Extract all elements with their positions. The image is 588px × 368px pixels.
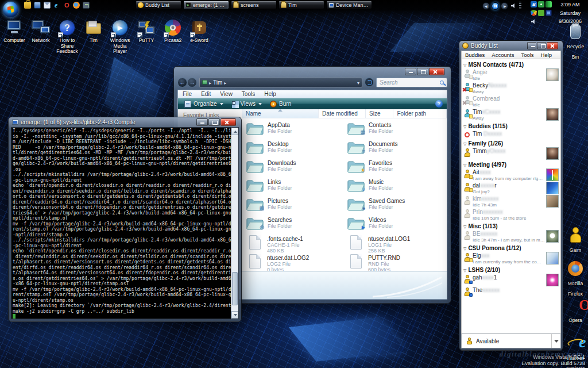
- minimize-icon[interactable]: [405, 68, 416, 75]
- scroll-down-icon[interactable]: [231, 311, 238, 319]
- file-item[interactable]: PUTTY.RNDRND File600 bytes: [346, 254, 447, 271]
- phone-tray-icon[interactable]: [538, 1, 544, 7]
- file-item[interactable]: ▤ContactsFile Folder: [346, 121, 447, 140]
- computer-icon[interactable]: [34, 2, 41, 9]
- breadcrumb[interactable]: Tim: [199, 78, 362, 87]
- file-item[interactable]: DesktopFile Folder: [245, 140, 346, 159]
- refresh-button[interactable]: [365, 78, 374, 87]
- buddy-item[interactable]: Thexxxxxx: [462, 286, 560, 295]
- maximize-icon[interactable]: [537, 42, 546, 49]
- buddy-group-header[interactable]: ▽Buddies (1/15): [462, 121, 560, 130]
- buddy-item[interactable]: Tim Dxxxxx: [462, 130, 560, 139]
- terminal-titlebar[interactable]: emerge: (1 of 6) sys-libs/glibc-2.4-r3 C…: [11, 117, 239, 127]
- status-selector[interactable]: Available: [461, 334, 561, 348]
- buddy-item[interactable]: TimxCxxxxAway: [462, 108, 560, 121]
- menu-accounts[interactable]: Accounts: [488, 52, 517, 58]
- file-item[interactable]: ★FavoritesFile Folder: [346, 159, 447, 178]
- buddy-item[interactable]: CornbreadIdle: [462, 95, 560, 108]
- close-icon[interactable]: [429, 68, 444, 75]
- buddy-item[interactable]: gahxxxx1: [462, 274, 560, 286]
- column-header-size[interactable]: Size: [366, 109, 393, 118]
- menu-tools[interactable]: Tools: [517, 52, 537, 58]
- taskbar-clock[interactable]: 3:09 AM Saturday 9/30/2006: [554, 1, 587, 26]
- close-icon[interactable]: [220, 118, 236, 126]
- buddy-group-header[interactable]: ▽Family (1/26): [462, 139, 560, 147]
- search-input[interactable]: Search: [376, 78, 447, 87]
- scroll-up-icon[interactable]: [231, 128, 238, 135]
- buddy-item[interactable]: TimmyOxxxx: [462, 147, 560, 160]
- scrollbar-thumb[interactable]: [232, 272, 238, 305]
- help-icon[interactable]: [435, 100, 443, 108]
- start-button[interactable]: [3, 2, 18, 17]
- taskbar-button-screens[interactable]: screens: [231, 1, 277, 9]
- file-item[interactable]: ♪MusicFile Folder: [346, 178, 447, 197]
- menu-edit[interactable]: Edit: [196, 91, 215, 97]
- previous-button[interactable]: [482, 2, 490, 10]
- buddy-group-header[interactable]: ▽CSU Pomona (1/12): [462, 243, 560, 252]
- buddy-group-header[interactable]: ▽LSHS (2/10): [462, 265, 560, 274]
- file-item[interactable]: .fonts.cache-1CACHE-1 File480 KB: [245, 235, 346, 254]
- file-item[interactable]: ≡DocumentsFile Folder: [346, 140, 447, 159]
- column-header-folder-path[interactable]: Folder path: [393, 109, 447, 118]
- desktop-icon-opera[interactable]: Opera: [563, 297, 588, 324]
- menu-help[interactable]: Help: [537, 52, 556, 58]
- volume-button[interactable]: [510, 2, 517, 10]
- menu-file[interactable]: File: [178, 91, 196, 97]
- buddy-list-titlebar[interactable]: Buddy List: [461, 41, 561, 51]
- mail-icon[interactable]: [44, 2, 51, 9]
- address-dropdown-icon[interactable]: [357, 79, 359, 86]
- explorer-titlebar[interactable]: [177, 67, 447, 76]
- buddy-item[interactable]: kimxxxxxxIdle 7h 43m: [462, 195, 560, 208]
- file-item[interactable]: LinksFile Folder: [245, 178, 346, 197]
- keepass-lock-icon[interactable]: [24, 2, 31, 9]
- column-header-date-modified[interactable]: Date modified: [319, 109, 366, 118]
- buddy-item[interactable]: PrinxxxxxxxIdle 10h 53m - at the store: [462, 208, 560, 221]
- menu-help[interactable]: Help: [260, 91, 281, 97]
- buddy-item[interactable]: BExxxxxxIdle 3h 47m - I am away, but in …: [462, 230, 560, 243]
- terminal-scrollbar[interactable]: [231, 128, 238, 319]
- speaker-tray-icon[interactable]: [531, 18, 537, 25]
- internet-explorer-icon[interactable]: [53, 2, 60, 9]
- file-item[interactable]: ntuser.dat.LOG2LOG2 File0 bytes: [245, 254, 346, 271]
- desktop-icon-mozilla-firefox[interactable]: Mozilla Firefox: [563, 260, 588, 298]
- buddy-item[interactable]: AitxxxxI am away from my computer right …: [462, 168, 560, 182]
- deskband-grip[interactable]: [519, 2, 521, 10]
- buddy-item[interactable]: BeckyNxxxxxAway: [462, 82, 560, 95]
- security-shield-tray-icon[interactable]: [531, 10, 537, 16]
- buddy-item[interactable]: dalxxxxxrGot joy?: [462, 182, 560, 195]
- taskbar-button-tim[interactable]: Tim: [278, 1, 324, 9]
- desktop-icon-recycle-bin[interactable]: Recycle Bin: [563, 23, 588, 61]
- file-item[interactable]: ntuser.dat.LOG1LOG1 File256 KB: [346, 235, 447, 254]
- remote-desktop-icon[interactable]: [83, 2, 90, 9]
- breadcrumb-segment[interactable]: Tim: [213, 79, 222, 86]
- buddy-item[interactable]: AngieIdle: [462, 68, 560, 82]
- column-header-name[interactable]: Name: [242, 109, 319, 118]
- maximize-icon[interactable]: [417, 68, 428, 75]
- buddy-group-header[interactable]: ▽Meeting (4/97): [462, 160, 560, 168]
- forward-button[interactable]: [187, 78, 197, 87]
- next-button[interactable]: [501, 2, 508, 10]
- maximize-icon[interactable]: [208, 118, 220, 126]
- toolbar-button-organize[interactable]: Organize: [180, 99, 227, 109]
- buddy-item[interactable]: ElgxxxI am currently away from the compu…: [462, 252, 560, 265]
- file-item[interactable]: ♠Saved GamesFile Folder: [346, 197, 447, 216]
- file-item[interactable]: ▶VideosFile Folder: [346, 216, 447, 235]
- menu-tools[interactable]: Tools: [237, 91, 260, 97]
- bluetooth-tray-icon[interactable]: [531, 1, 537, 7]
- minimize-icon[interactable]: [196, 118, 208, 126]
- buddy-group-header[interactable]: ▽Misc (1/13): [462, 221, 560, 230]
- terminal-output[interactable]: I../sysdeps/generic/elf -I../sysdeps/gen…: [11, 128, 231, 319]
- buddy-group-header[interactable]: ▽MSN Contacts (4/71): [462, 60, 560, 68]
- display-tray-icon[interactable]: [546, 10, 552, 16]
- desktop-icon-gaim[interactable]: Gaim: [563, 227, 588, 254]
- taskbar-button-emerge-1-of-6-sys[interactable]: emerge: (1 of 6) sys-...: [183, 1, 229, 9]
- file-item[interactable]: ▨PicturesFile Folder: [245, 197, 346, 216]
- signal-tray-icon[interactable]: [546, 1, 552, 7]
- taskbar-button-device-manager[interactable]: Device Manager: [326, 1, 372, 9]
- firefox-icon[interactable]: [73, 2, 80, 9]
- menu-buddies[interactable]: Buddies: [462, 52, 488, 58]
- desktop[interactable]: digitalblasphemy.com ComputerNetworkHow …: [0, 0, 588, 368]
- status-dropdown-icon[interactable]: [551, 334, 560, 348]
- back-button[interactable]: [177, 78, 187, 87]
- close-icon[interactable]: [547, 42, 558, 49]
